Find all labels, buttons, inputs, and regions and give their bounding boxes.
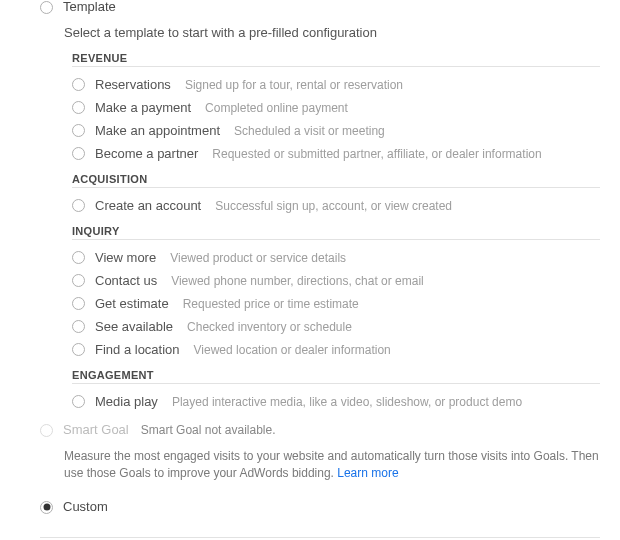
tpl-see-available[interactable]: See available Checked inventory or sched… [64, 315, 600, 338]
tpl-label: Become a partner [95, 146, 198, 161]
option-custom[interactable]: Custom [40, 500, 600, 515]
tpl-reservations[interactable]: Reservations Signed up for a tour, renta… [64, 73, 600, 96]
tpl-make-a-payment[interactable]: Make a payment Completed online payment [64, 96, 600, 119]
tpl-label: Find a location [95, 342, 180, 357]
tpl-label: Contact us [95, 273, 157, 288]
radio-icon [40, 424, 53, 437]
radio-icon [72, 101, 85, 114]
group-inquiry: INQUIRY View more Viewed product or serv… [64, 225, 600, 361]
tpl-find-location[interactable]: Find a location Viewed location or deale… [64, 338, 600, 361]
radio-icon [72, 395, 85, 408]
radio-icon [72, 147, 85, 160]
tpl-desc: Checked inventory or schedule [187, 320, 352, 334]
group-acquisition: ACQUISITION Create an account Successful… [64, 173, 600, 217]
tpl-media-play[interactable]: Media play Played interactive media, lik… [64, 390, 600, 413]
template-subtitle: Select a template to start with a pre-fi… [64, 25, 600, 40]
tpl-contact-us[interactable]: Contact us Viewed phone number, directio… [64, 269, 600, 292]
option-smart-goal-label: Smart Goal [63, 422, 129, 437]
tpl-desc: Viewed location or dealer information [194, 343, 391, 357]
tpl-label: See available [95, 319, 173, 334]
tpl-desc: Successful sign up, account, or view cre… [215, 199, 452, 213]
tpl-desc: Signed up for a tour, rental or reservat… [185, 78, 403, 92]
radio-icon [72, 274, 85, 287]
tpl-desc: Requested price or time estimate [183, 297, 359, 311]
tpl-label: Make an appointment [95, 123, 220, 138]
group-revenue: REVENUE Reservations Signed up for a tou… [64, 52, 600, 165]
option-template-label: Template [63, 0, 116, 14]
group-header-acquisition: ACQUISITION [72, 173, 600, 188]
tpl-desc: Scheduled a visit or meeting [234, 124, 385, 138]
smart-goal-desc-text: Measure the most engaged visits to your … [64, 449, 599, 480]
radio-icon [72, 124, 85, 137]
radio-icon [72, 343, 85, 356]
option-template[interactable]: Template [40, 0, 600, 15]
learn-more-link[interactable]: Learn more [337, 466, 398, 480]
tpl-view-more[interactable]: View more Viewed product or service deta… [64, 246, 600, 269]
radio-icon [72, 199, 85, 212]
tpl-create-account[interactable]: Create an account Successful sign up, ac… [64, 194, 600, 217]
tpl-desc: Requested or submitted partner, affiliat… [212, 147, 541, 161]
group-header-inquiry: INQUIRY [72, 225, 600, 240]
tpl-label: Create an account [95, 198, 201, 213]
smart-goal-status: Smart Goal not available. [141, 423, 276, 437]
option-custom-label: Custom [63, 499, 108, 514]
tpl-desc: Completed online payment [205, 101, 348, 115]
tpl-make-appointment[interactable]: Make an appointment Scheduled a visit or… [64, 119, 600, 142]
radio-icon [72, 251, 85, 264]
group-engagement: ENGAGEMENT Media play Played interactive… [64, 369, 600, 413]
radio-icon [72, 320, 85, 333]
radio-icon [72, 297, 85, 310]
tpl-become-partner[interactable]: Become a partner Requested or submitted … [64, 142, 600, 165]
group-header-revenue: REVENUE [72, 52, 600, 67]
tpl-desc: Played interactive media, like a video, … [172, 395, 522, 409]
radio-icon [72, 78, 85, 91]
tpl-label: Media play [95, 394, 158, 409]
radio-icon [40, 501, 53, 514]
group-header-engagement: ENGAGEMENT [72, 369, 600, 384]
tpl-label: View more [95, 250, 156, 265]
divider [40, 537, 600, 538]
tpl-label: Make a payment [95, 100, 191, 115]
tpl-label: Reservations [95, 77, 171, 92]
tpl-get-estimate[interactable]: Get estimate Requested price or time est… [64, 292, 600, 315]
smart-goal-description: Measure the most engaged visits to your … [64, 448, 600, 482]
tpl-label: Get estimate [95, 296, 169, 311]
option-smart-goal: Smart Goal Smart Goal not available. [40, 423, 600, 438]
tpl-desc: Viewed product or service details [170, 251, 346, 265]
radio-icon [40, 1, 53, 14]
tpl-desc: Viewed phone number, directions, chat or… [171, 274, 424, 288]
